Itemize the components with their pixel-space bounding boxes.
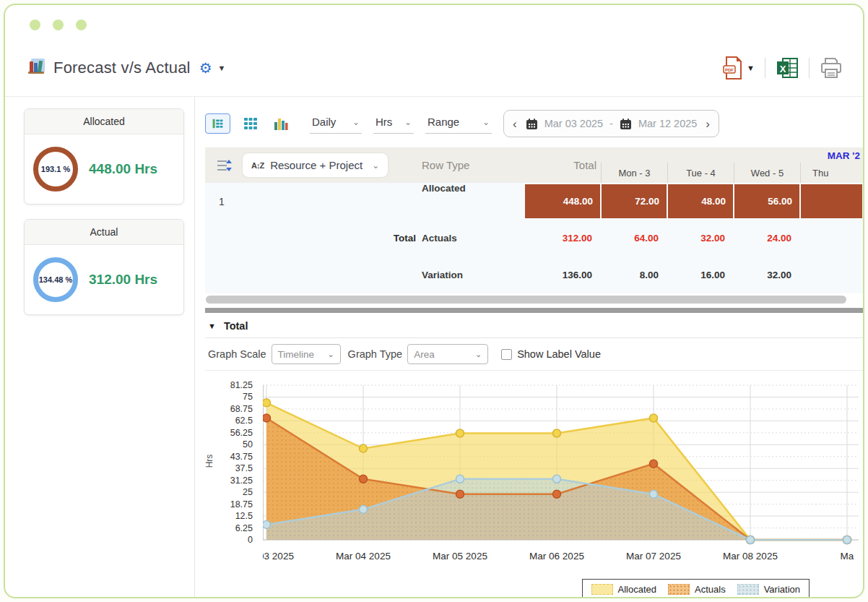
settings-gear-icon[interactable]: ⚙ xyxy=(199,59,212,77)
list-view-button[interactable] xyxy=(205,113,230,134)
day-column-header: Tue - 4 xyxy=(667,163,734,183)
collapse-triangle-icon: ▼ xyxy=(208,322,216,330)
sort-rows-button[interactable] xyxy=(205,147,243,183)
date-to[interactable]: Mar 12 2025 xyxy=(638,118,697,129)
date-range-picker: ‹ Mar 03 2025 - Mar 12 xyxy=(503,110,719,137)
graph-type-value: Area xyxy=(414,349,435,360)
legend-item-actuals[interactable]: Actuals xyxy=(668,584,726,595)
actual-summary-card: Actual 134.48 % 312.00 Hrs xyxy=(24,219,184,315)
graph-scale-label: Graph Scale xyxy=(208,348,266,360)
table-row-actuals: Total Actuals 312.00 64.00 32.00 24.00 xyxy=(205,220,863,257)
legend-item-variation[interactable]: Variation xyxy=(737,584,800,595)
actuals-total-cell: 312.00 xyxy=(500,233,601,244)
window-dot[interactable] xyxy=(53,20,64,30)
chevron-down-icon: ⌄ xyxy=(372,160,379,171)
actuals-day-cell: 64.00 xyxy=(601,233,667,244)
show-label-value-checkbox[interactable] xyxy=(501,349,512,360)
y-tick-label: 18.75 xyxy=(230,499,253,509)
y-tick-label: 50 xyxy=(243,439,253,450)
sort-az-icon: A↕Z xyxy=(251,161,264,170)
legend-label: Variation xyxy=(764,584,800,595)
export-pdf-button[interactable]: PDF ▼ xyxy=(722,56,755,80)
chart-plot-area xyxy=(263,378,859,549)
actual-percent-ring: 134.48 % xyxy=(33,257,78,302)
allocated-day-cell xyxy=(801,184,862,218)
page-title: Forecast v/s Actual xyxy=(53,59,191,77)
pdf-dropdown-caret-icon[interactable]: ▼ xyxy=(747,64,755,72)
list-view-icon xyxy=(212,116,224,132)
date-separator: - xyxy=(609,118,613,129)
graph-scale-select[interactable]: Timeline ⌄ xyxy=(272,344,341,364)
y-tick-label: 37.5 xyxy=(235,463,253,473)
y-tick-label: 0 xyxy=(248,535,253,545)
x-tick-label: Mar 04 2025 xyxy=(336,551,391,562)
report-toolbar: Daily ⌄ Hrs ⌄ Range ⌄ ‹ xyxy=(205,108,863,139)
window-dot[interactable] xyxy=(30,20,40,30)
section-title: Total xyxy=(224,320,248,332)
actuals-swatch-icon xyxy=(668,584,690,595)
y-tick-label: 43.75 xyxy=(230,452,253,462)
unit-dropdown[interactable]: Hrs ⌄ xyxy=(373,113,414,134)
panel-splitter[interactable] xyxy=(205,308,863,313)
grouping-selector[interactable]: A↕Z Resource + Project ⌄ xyxy=(243,153,388,177)
previous-period-button[interactable]: ‹ xyxy=(511,118,519,130)
scrollbar-thumb[interactable] xyxy=(206,296,846,304)
chevron-down-icon: ⌄ xyxy=(327,350,334,359)
print-button[interactable] xyxy=(820,57,843,79)
y-tick-label: 56.25 xyxy=(230,428,253,438)
legend-label: Actuals xyxy=(695,584,726,595)
day-column-header: Mon - 3 xyxy=(601,163,667,183)
next-period-button[interactable]: › xyxy=(703,118,712,130)
allocated-day-cell: 48.00 xyxy=(668,184,733,218)
title-dropdown-caret-icon[interactable]: ▼ xyxy=(218,64,226,72)
unit-value: Hrs xyxy=(376,116,392,128)
total-column-header: Total xyxy=(500,147,601,183)
y-tick-label: 62.5 xyxy=(235,416,253,426)
variation-total-cell: 136.00 xyxy=(500,270,601,280)
chevron-down-icon: ⌄ xyxy=(352,117,360,127)
calendar-icon xyxy=(526,118,538,130)
total-section-toggle[interactable]: ▼ Total xyxy=(205,313,863,338)
day-column-header: Wed - 5 xyxy=(734,163,800,183)
chart-view-button[interactable] xyxy=(268,111,293,137)
actuals-day-cell: 32.00 xyxy=(667,233,734,244)
grid-view-icon xyxy=(243,116,259,132)
x-tick-label: Mar 03 2025 xyxy=(263,551,294,562)
y-tick-label: 12.5 xyxy=(235,511,253,521)
y-axis-ticks: 06.2512.518.752531.2537.543.755056.2562.… xyxy=(214,378,259,549)
frequency-value: Daily xyxy=(312,116,336,128)
legend-item-allocated[interactable]: Allocated xyxy=(591,584,656,595)
allocated-percent-ring: 193.1 % xyxy=(33,147,78,192)
date-from[interactable]: Mar 03 2025 xyxy=(544,118,603,129)
pdf-label: PDF xyxy=(725,68,734,72)
export-excel-button[interactable]: X xyxy=(776,57,799,79)
legend-label: Allocated xyxy=(618,584,656,595)
range-dropdown[interactable]: Range ⌄ xyxy=(425,113,492,134)
x-tick-label: Ma xyxy=(841,551,854,562)
graph-type-select[interactable]: Area ⌄ xyxy=(407,344,488,364)
frequency-dropdown[interactable]: Daily ⌄ xyxy=(310,113,362,134)
table-row-allocated: 1 Allocated 448.00 72.00 48.00 56.00 xyxy=(205,183,863,220)
grouping-value: Resource + Project xyxy=(270,159,363,171)
variation-day-cell: 16.00 xyxy=(667,270,734,280)
bar-chart-icon xyxy=(273,116,289,132)
graph-type-label: Graph Type xyxy=(348,348,403,360)
variation-swatch-icon xyxy=(737,584,759,595)
actual-hours-value: 312.00 Hrs xyxy=(89,272,157,288)
area-chart: Hrs 06.2512.518.752531.2537.543.755056.2… xyxy=(205,378,863,569)
excel-letter: X xyxy=(780,64,786,74)
y-tick-label: 6.25 xyxy=(235,523,253,533)
divider xyxy=(809,58,810,78)
x-tick-label: Mar 05 2025 xyxy=(433,551,487,562)
graph-scale-value: Timeline xyxy=(278,349,315,360)
table-row-variation: Variation 136.00 8.00 16.00 32.00 xyxy=(205,257,863,293)
row-number: 1 xyxy=(205,196,225,207)
chart-canvas xyxy=(263,378,859,549)
window-dot[interactable] xyxy=(76,20,87,30)
row-type-label: Allocated xyxy=(422,183,500,220)
y-tick-label: 25 xyxy=(243,487,253,497)
actuals-day-cell: 24.00 xyxy=(734,233,800,244)
allocated-summary-card: Allocated 193.1 % 448.00 Hrs xyxy=(24,108,184,205)
grid-view-button[interactable] xyxy=(238,111,263,137)
page-header: Forecast v/s Actual ⚙ ▼ PDF ▼ xyxy=(27,43,843,93)
